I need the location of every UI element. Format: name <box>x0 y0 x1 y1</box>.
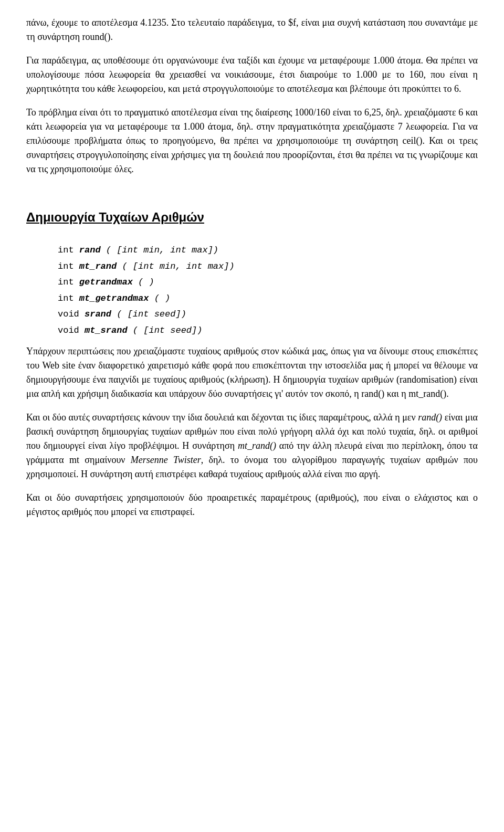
code-line-mt-rand: int mt_rand ( [int min, int max]) <box>58 259 478 275</box>
paragraph-4: Υπάρχουν περιπτώσεις που χρειαζόμαστε τυ… <box>26 344 478 401</box>
code-line-getrandmax: int getrandmax ( ) <box>58 275 478 291</box>
paragraph-6: Και οι δύο συναρτήσεις χρησιμοποιούν δύο… <box>26 491 478 519</box>
paragraph-1: πάνω, έχουμε το αποτέλεσμα 4.1235. Στο τ… <box>26 16 478 44</box>
code-line-mt-getrandmax: int mt_getrandmax ( ) <box>58 291 478 307</box>
code-line-srand: void srand ( [int seed]) <box>58 307 478 323</box>
section-heading-random-numbers: Δημιουργία Τυχαίων Αριθμών <box>26 208 478 227</box>
paragraph-5: Και οι δύο αυτές συναρτήσεις κάνουν την … <box>26 410 478 481</box>
code-block-functions: int rand ( [int min, int max]) int mt_ra… <box>58 243 478 339</box>
paragraph-2: Για παράδειγμα, ας υποθέσουμε ότι οργανώ… <box>26 54 478 96</box>
page-content: πάνω, έχουμε το αποτέλεσμα 4.1235. Στο τ… <box>26 16 478 519</box>
paragraph-3: Το πρόβλημα είναι ότι το πραγματικό αποτ… <box>26 106 478 176</box>
code-line-mt-srand: void mt_srand ( [int seed]) <box>58 323 478 339</box>
code-line-rand: int rand ( [int min, int max]) <box>58 243 478 259</box>
